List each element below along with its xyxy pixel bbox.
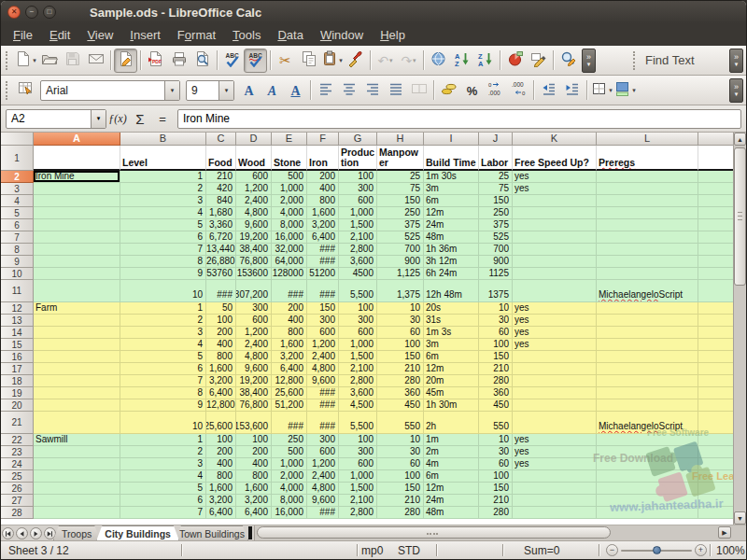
cell-H13[interactable]: 30: [377, 315, 424, 327]
cell-B16[interactable]: 5: [120, 351, 206, 363]
cell-C6[interactable]: 3,360: [206, 219, 236, 231]
font-size-combo[interactable]: 9▾: [186, 80, 234, 101]
cell-K28[interactable]: [513, 507, 597, 519]
show-draw-functions-button[interactable]: [527, 49, 550, 73]
cell-B18[interactable]: 7: [120, 375, 206, 387]
horizontal-scrollbar-thumb[interactable]: [257, 526, 611, 539]
row-header-4[interactable]: 4: [1, 195, 34, 207]
cell-A1[interactable]: [34, 146, 120, 171]
cell-K21[interactable]: [513, 412, 597, 434]
cell-H2[interactable]: 25: [377, 171, 424, 183]
cell-I5[interactable]: 12m: [424, 207, 479, 219]
export-pdf-button[interactable]: PDF: [144, 49, 167, 73]
cell-partial-28[interactable]: [698, 507, 735, 519]
cell-E1[interactable]: Stone: [272, 146, 307, 171]
cell-I20[interactable]: 1h 30m: [424, 399, 479, 412]
cell-L5[interactable]: [597, 207, 698, 219]
row-header-17[interactable]: 17: [1, 363, 34, 375]
cell-K3[interactable]: yes: [513, 183, 597, 195]
cell-K13[interactable]: yes: [513, 315, 597, 327]
cell-partial-25[interactable]: [698, 470, 735, 483]
cell-G15[interactable]: 1,000: [339, 339, 377, 351]
cell-L3[interactable]: [597, 183, 698, 195]
cell-C13[interactable]: 100: [206, 315, 236, 327]
cell-G18[interactable]: 2,800: [339, 375, 377, 387]
cell-J11[interactable]: 1375: [479, 280, 513, 302]
cell-E26[interactable]: 4,000: [272, 483, 307, 495]
cell-J4[interactable]: 150: [479, 195, 513, 207]
cell-A2[interactable]: Iron Mine: [34, 171, 120, 183]
column-header-B[interactable]: B: [120, 133, 206, 146]
cell-E7[interactable]: 16,000: [272, 231, 307, 244]
cell-H17[interactable]: 210: [377, 363, 424, 375]
column-header-D[interactable]: D: [236, 133, 272, 146]
cell-partial-18[interactable]: [698, 375, 735, 387]
cell-C4[interactable]: 840: [206, 195, 236, 207]
find-text-input[interactable]: [641, 50, 727, 71]
cell-A22[interactable]: Sawmill: [34, 434, 120, 446]
cell-J13[interactable]: 30: [479, 315, 513, 327]
cell-partial-8[interactable]: [698, 244, 735, 256]
cell-A9[interactable]: [34, 256, 120, 268]
cell-E24[interactable]: 1,000: [272, 458, 307, 470]
cell-K11[interactable]: [513, 280, 597, 302]
align-left-button[interactable]: [314, 78, 337, 103]
cell-K23[interactable]: yes: [513, 446, 597, 458]
cell-I18[interactable]: 20m: [424, 375, 479, 387]
print-button[interactable]: [167, 49, 190, 73]
cell-E8[interactable]: 32,000: [272, 244, 307, 256]
cell-J16[interactable]: 150: [479, 351, 513, 363]
maximize-button[interactable]: □: [43, 6, 56, 19]
cell-B14[interactable]: 3: [120, 327, 206, 339]
italic-button[interactable]: A: [261, 78, 284, 103]
cell-partial-14[interactable]: [698, 327, 735, 339]
cell-C1[interactable]: Food: [206, 146, 236, 171]
toolbar-overflow-button[interactable]: »▾: [729, 78, 743, 103]
toolbar-overflow-button[interactable]: »▾: [729, 49, 743, 73]
row-header-24[interactable]: 24: [1, 458, 34, 470]
cell-E2[interactable]: 500: [272, 171, 307, 183]
cell-C19[interactable]: 6,400: [206, 387, 236, 399]
cell-F3[interactable]: 400: [307, 183, 339, 195]
sort-descending-button[interactable]: ZA: [473, 49, 497, 73]
cell-G8[interactable]: 2,800: [339, 244, 377, 256]
horizontal-scrollbar[interactable]: ▶: [254, 525, 746, 540]
cell-D18[interactable]: 19,200: [236, 375, 272, 387]
column-header-H[interactable]: H: [377, 133, 424, 146]
row-header-15[interactable]: 15: [1, 339, 34, 351]
row-header-2[interactable]: 2: [1, 171, 34, 183]
cell-K16[interactable]: [513, 351, 597, 363]
cell-D14[interactable]: 1,200: [236, 327, 272, 339]
scroll-down-icon[interactable]: ▼: [734, 511, 746, 525]
cell-J9[interactable]: 900: [479, 256, 513, 268]
row-header-7[interactable]: 7: [1, 231, 34, 244]
bold-button[interactable]: A: [237, 78, 261, 103]
cell-D20[interactable]: 76,800: [236, 399, 272, 412]
vertical-scrollbar[interactable]: ▲ ▼: [733, 133, 746, 525]
cell-F24[interactable]: 1,200: [307, 458, 339, 470]
formula-input[interactable]: Iron Mine: [177, 109, 741, 129]
cell-K8[interactable]: [513, 244, 597, 256]
zoom-out-icon[interactable]: −: [606, 544, 618, 556]
row-header-19[interactable]: 19: [1, 387, 34, 399]
borders-button[interactable]: ▾: [590, 78, 613, 103]
cell-D13[interactable]: 600: [236, 315, 272, 327]
cell-K14[interactable]: yes: [513, 327, 597, 339]
cell-G19[interactable]: 3,600: [339, 387, 377, 399]
name-box-dropdown-icon[interactable]: ▾: [91, 110, 106, 128]
cell-B28[interactable]: 7: [120, 507, 206, 519]
cell-C20[interactable]: 12,800: [206, 399, 236, 412]
cell-I23[interactable]: 2m: [424, 446, 479, 458]
cell-C25[interactable]: 800: [206, 470, 236, 483]
align-justify-button[interactable]: [384, 78, 407, 103]
cell-K25[interactable]: [513, 470, 597, 483]
cell-H27[interactable]: 210: [377, 495, 424, 507]
row-header-3[interactable]: 3: [1, 183, 34, 195]
cell-B5[interactable]: 4: [120, 207, 206, 219]
cell-C14[interactable]: 200: [206, 327, 236, 339]
cell-H12[interactable]: 10: [377, 302, 424, 315]
cell-A27[interactable]: [34, 495, 120, 507]
percent-button[interactable]: %: [460, 78, 484, 103]
cell-L27[interactable]: [597, 495, 698, 507]
cell-A8[interactable]: [34, 244, 120, 256]
